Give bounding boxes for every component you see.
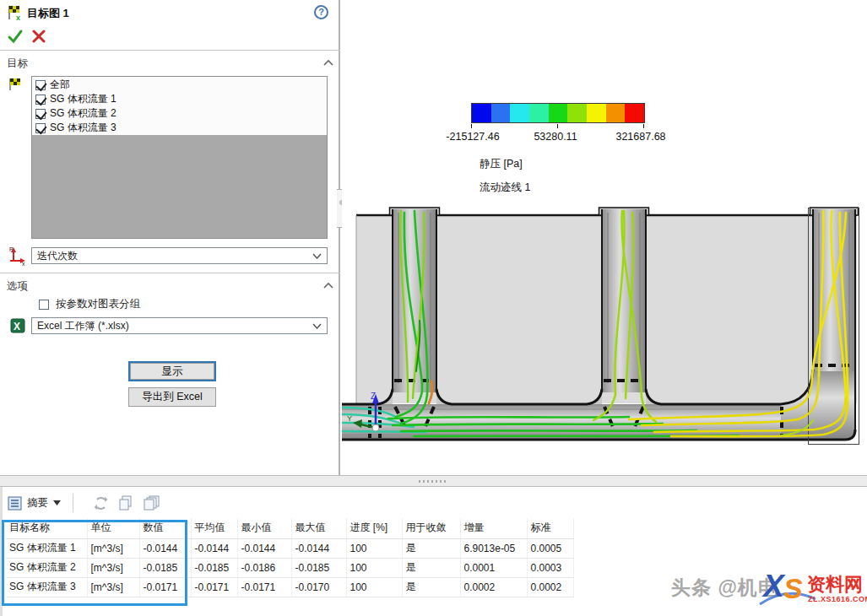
table-cell: -0.0144 (191, 538, 237, 558)
colorbar-segment (625, 104, 644, 122)
table-cell: 0.0002 (460, 577, 527, 597)
goals-listbox-items: 全部SG 体积流量 1SG 体积流量 2SG 体积流量 3 (32, 77, 327, 135)
goal-item-label: 全部 (50, 78, 70, 92)
table-cell: 6.9013e-05 (460, 538, 527, 558)
table-column-header[interactable]: 增量 (460, 518, 527, 538)
y-axis-label: Y (347, 414, 352, 423)
legend-plot-name: 流动迹线 1 (480, 181, 530, 195)
colorbar-min-label: -215127.46 (435, 131, 511, 143)
table-cell: -0.0144 (291, 538, 346, 558)
excel-format-dropdown[interactable]: Excel 工作簿 (*.xlsx) (31, 317, 328, 334)
cancel-button[interactable] (32, 30, 46, 43)
group-by-parameter-checkbox[interactable]: 按参数对图表分组 (39, 297, 140, 311)
abscissa-value: 迭代次数 (37, 249, 78, 263)
colorbar-segment (567, 104, 587, 122)
logo-brand-name: 资料网 (807, 572, 863, 597)
table-body: SG 体积流量 1[m^3/s]-0.0144-0.0144-0.0144-0.… (6, 538, 573, 597)
divider (0, 50, 340, 51)
abscissa-dropdown[interactable]: 迭代次数 (31, 247, 328, 264)
goal-plot-icon: x (7, 4, 24, 21)
chevron-up-icon[interactable] (323, 282, 333, 289)
table-cell: 是 (402, 558, 460, 577)
copy-all-icon[interactable] (144, 495, 160, 511)
colorbar-max-label: 321687.68 (603, 131, 679, 143)
checkbox[interactable] (35, 80, 46, 90)
table-cell: -0.0186 (237, 558, 291, 577)
copy-icon[interactable] (118, 495, 133, 511)
table-cell: -0.0144 (139, 538, 191, 558)
svg-text:X: X (14, 321, 20, 332)
goals-listbox[interactable]: 全部SG 体积流量 1SG 体积流量 2SG 体积流量 3 (31, 76, 328, 239)
svg-text:x: x (16, 14, 20, 21)
excel-format-value: Excel 工作簿 (*.xlsx) (37, 319, 129, 333)
table-cell: -0.0144 (237, 538, 291, 558)
group-by-parameter-label: 按参数对图表分组 (56, 297, 140, 311)
table-cell: 是 (402, 577, 460, 597)
excel-icon: X (10, 318, 25, 333)
goal-plot-property-panel: x 目标图 1 ? 目标 全部SG 体积流量 1SG 体积流量 2SG 体积流量… (0, 0, 340, 475)
export-to-excel-button[interactable]: 导出到 Excel (128, 387, 216, 407)
table-cell: -0.0171 (139, 577, 191, 597)
chevron-down-icon[interactable] (53, 500, 61, 505)
table-header-row: 目标名称单位数值平均值最小值最大值进度 [%]用于收敛增量标准 (6, 518, 573, 538)
logo-monogram-s: S (783, 572, 803, 605)
table-column-header[interactable]: 数值 (139, 518, 191, 538)
colorbar-segment (587, 104, 606, 122)
ok-button[interactable] (7, 29, 24, 44)
summary-icon[interactable] (8, 496, 22, 511)
colorbar-segment (491, 104, 511, 122)
table-column-header[interactable]: 最大值 (291, 518, 346, 538)
goal-list-item[interactable]: 全部 (32, 78, 327, 92)
table-row[interactable]: SG 体积流量 2[m^3/s]-0.0185-0.0185-0.0186-0.… (6, 558, 573, 577)
goals-table: 目标名称单位数值平均值最小值最大值进度 [%]用于收敛增量标准 SG 体积流量 … (6, 518, 574, 597)
chevron-down-icon (312, 323, 322, 329)
checkbox[interactable] (35, 95, 46, 105)
table-row[interactable]: SG 体积流量 3[m^3/s]-0.0171-0.0171-0.0171-0.… (6, 577, 573, 597)
checkbox[interactable] (35, 109, 46, 119)
table-cell: 100 (346, 558, 402, 577)
toolbar-separator (73, 494, 73, 512)
table-column-header[interactable]: 最小值 (237, 518, 291, 538)
colorbar-segment (472, 104, 491, 122)
table-cell: 0.0001 (460, 558, 527, 577)
checkbox[interactable] (39, 300, 49, 310)
table-cell: -0.0170 (291, 577, 346, 597)
goal-item-label: SG 体积流量 1 (50, 92, 117, 106)
svg-text:x: x (22, 261, 25, 266)
table-column-header[interactable]: 单位 (87, 518, 139, 538)
goal-item-label: SG 体积流量 2 (50, 106, 117, 121)
flow-trajectories-scene[interactable]: Z Y (342, 203, 867, 475)
summary-dropdown[interactable]: 摘要 (27, 496, 48, 511)
goals-flag-icon (8, 78, 22, 91)
table-column-header[interactable]: 目标名称 (6, 518, 87, 538)
horizontal-splitter[interactable] (0, 475, 867, 487)
help-icon[interactable]: ? (314, 5, 328, 19)
table-cell: -0.0171 (237, 577, 291, 597)
solidworks-flow-goal-plot-window: x 目标图 1 ? 目标 全部SG 体积流量 1SG 体积流量 2SG 体积流量… (0, 0, 867, 616)
results-toolbar: 摘要 (3, 489, 593, 516)
table-cell: 0.0005 (527, 538, 573, 558)
table-cell: -0.0185 (139, 558, 191, 577)
checkbox[interactable] (35, 123, 46, 133)
table-cell: [m^3/s] (87, 538, 139, 558)
table-column-header[interactable]: 标准 (527, 518, 573, 538)
table-column-header[interactable]: 平均值 (191, 518, 237, 538)
colorbar-mid-label: 53280.11 (517, 131, 593, 143)
watermark-logo: X S 资料网 ZL.XS1616.COM (758, 562, 867, 614)
refresh-icon[interactable] (94, 496, 108, 511)
goal-list-item[interactable]: SG 体积流量 3 (32, 121, 327, 135)
table-cell: 100 (346, 538, 402, 558)
goal-list-item[interactable]: SG 体积流量 2 (32, 106, 327, 121)
table-row[interactable]: SG 体积流量 1[m^3/s]-0.0144-0.0144-0.0144-0.… (6, 538, 573, 558)
table-column-header[interactable]: 用于收敛 (402, 518, 460, 538)
chevron-down-icon (312, 253, 322, 259)
chevron-up-icon[interactable] (323, 59, 333, 66)
graphics-viewport[interactable]: -215127.46 53280.11 321687.68 静压 [Pa] 流动… (342, 0, 867, 475)
show-button[interactable]: 显示 (128, 361, 216, 381)
goal-list-item[interactable]: SG 体积流量 1 (32, 92, 327, 106)
panel-title: 目标图 1 (27, 6, 69, 21)
table-column-header[interactable]: 进度 [%] (346, 518, 402, 538)
z-axis-label: Z (371, 392, 376, 401)
colorbar-tick (643, 124, 644, 128)
table-cell: [m^3/s] (87, 577, 139, 597)
